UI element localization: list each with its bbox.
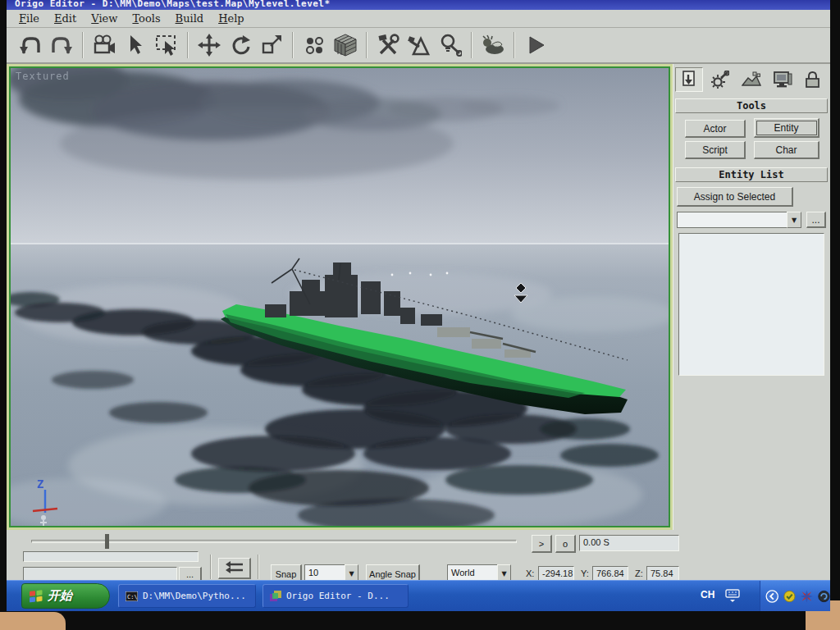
- play-anim-button[interactable]: >: [532, 535, 552, 553]
- light-wrench-icon: [439, 34, 462, 57]
- collapse-tray-icon[interactable]: [765, 588, 778, 605]
- gear-wrench-icon: [711, 71, 729, 89]
- rotate-button[interactable]: [225, 30, 256, 61]
- windows-logo-icon: [29, 589, 43, 603]
- pinwheel-icon[interactable]: [801, 589, 813, 604]
- undo-icon: [19, 34, 42, 56]
- menu-file[interactable]: File: [11, 11, 47, 25]
- tools-hammer-wrench-icon: [377, 34, 399, 57]
- viewport-3d[interactable]: Z Textured: [9, 66, 670, 527]
- timeline-slider-thumb[interactable]: [105, 534, 109, 549]
- entity-combo-value[interactable]: [677, 212, 787, 228]
- menu-build[interactable]: Build: [168, 11, 212, 25]
- viewport-mode-label[interactable]: Textured: [16, 71, 70, 82]
- camera-icon: [92, 34, 116, 56]
- menu-bar: File Edit View Tools Build Help: [7, 10, 830, 28]
- start-label: 开始: [48, 588, 72, 604]
- entity-combo[interactable]: ▼: [677, 212, 801, 228]
- record-anim-button[interactable]: o: [555, 535, 576, 553]
- import-icon: [680, 71, 698, 89]
- task-console-button[interactable]: C:\ D:\MM\Demo\Pytho...: [118, 584, 256, 608]
- toolbar-separator: [82, 32, 84, 58]
- cube-grid-icon: [334, 34, 357, 57]
- viewport-frame: Z Textured: [7, 64, 673, 530]
- task-origo-button[interactable]: Origo Editor - D...: [262, 584, 409, 608]
- light-tool-button[interactable]: [435, 30, 466, 61]
- desk-surface: [0, 612, 66, 630]
- svg-text:Z: Z: [37, 477, 43, 491]
- import-tab-button[interactable]: [675, 67, 703, 92]
- language-indicator[interactable]: CH: [701, 589, 714, 600]
- x-label: X:: [526, 568, 534, 578]
- terrain-tab-button[interactable]: [737, 67, 765, 92]
- toolbar-separator: [366, 32, 368, 58]
- menu-view[interactable]: View: [84, 11, 125, 25]
- start-button[interactable]: 开始: [21, 583, 110, 609]
- undo-button[interactable]: [15, 30, 46, 61]
- move-icon: [198, 34, 221, 57]
- bottom-control-bar: > o 0.00 S ... Snap 10 ▼ Angle Snap Worl…: [7, 530, 830, 580]
- scene-render: Z: [11, 68, 670, 527]
- time-field[interactable]: 0.00 S: [579, 535, 679, 551]
- tools-header: Tools: [675, 98, 828, 113]
- build-button[interactable]: [404, 30, 435, 61]
- creature-icon: [481, 34, 505, 56]
- char-button[interactable]: Char: [754, 141, 819, 159]
- marquee-select-button[interactable]: [151, 30, 182, 61]
- rotate-icon: [230, 34, 251, 56]
- toolbar-separator: [514, 32, 515, 58]
- assign-to-selected-button[interactable]: Assign to Selected: [677, 187, 793, 207]
- z-label: Z:: [635, 568, 643, 578]
- bar-separator: [210, 555, 212, 579]
- marquee-select-icon: [155, 34, 178, 56]
- toolbar-separator: [292, 32, 294, 58]
- play-button[interactable]: [520, 30, 551, 61]
- vertex-mode-button[interactable]: [299, 30, 330, 61]
- window-title: Origo Editor - D:\MM\Demo\Maps\test.Map\…: [15, 0, 830, 9]
- monitor-icon: [773, 71, 792, 89]
- status-field: [23, 551, 199, 562]
- toolbar-separator: [471, 32, 472, 58]
- reorder-button[interactable]: [218, 558, 251, 579]
- creature-button[interactable]: [477, 30, 509, 61]
- settings-tab-button[interactable]: [706, 67, 734, 92]
- entity-button[interactable]: Entity: [754, 118, 819, 138]
- menu-tools[interactable]: Tools: [125, 11, 167, 25]
- system-tray: [760, 581, 830, 611]
- bar-separator: [258, 555, 259, 579]
- task-label: D:\MM\Demo\Pytho...: [143, 591, 246, 601]
- menu-help[interactable]: Help: [211, 11, 252, 25]
- shield-icon[interactable]: [783, 589, 796, 604]
- script-button[interactable]: Script: [685, 141, 746, 159]
- move-button[interactable]: [194, 30, 225, 61]
- cube-grid-button[interactable]: [330, 30, 361, 61]
- entity-list-header: Entity List: [675, 167, 828, 182]
- tools-button[interactable]: [372, 30, 404, 61]
- chevron-down-icon[interactable]: ▼: [787, 212, 801, 228]
- redo-icon: [50, 34, 73, 56]
- main-area: Z Textured: [7, 64, 830, 530]
- play-icon: [525, 34, 546, 56]
- origo-icon: [270, 591, 281, 602]
- terrain-icon: [742, 71, 761, 89]
- build-triangle-icon: [408, 34, 431, 56]
- entity-listbox[interactable]: [678, 233, 824, 376]
- title-bar[interactable]: Origo Editor - D:\MM\Demo\Maps\test.Map\…: [7, 0, 830, 10]
- lock-tab-button[interactable]: [800, 67, 828, 92]
- reorder-icon: [225, 560, 244, 575]
- toolbar: [7, 28, 830, 64]
- keyboard-icon[interactable]: [725, 589, 740, 602]
- scale-button[interactable]: [256, 30, 287, 61]
- swirl-icon[interactable]: [818, 589, 830, 604]
- toolbar-separator: [187, 32, 189, 58]
- browse-button[interactable]: ...: [806, 212, 826, 228]
- camera-button[interactable]: [89, 30, 120, 61]
- menu-edit[interactable]: Edit: [47, 11, 84, 25]
- select-arrow-icon: [126, 34, 144, 56]
- monitor-screen: Origo Editor - D:\MM\Demo\Maps\test.Map\…: [7, 0, 830, 611]
- timeline-slider[interactable]: [31, 540, 517, 543]
- actor-button[interactable]: Actor: [685, 120, 746, 138]
- redo-button[interactable]: [46, 30, 77, 61]
- select-button[interactable]: [120, 30, 151, 61]
- display-tab-button[interactable]: [769, 67, 797, 92]
